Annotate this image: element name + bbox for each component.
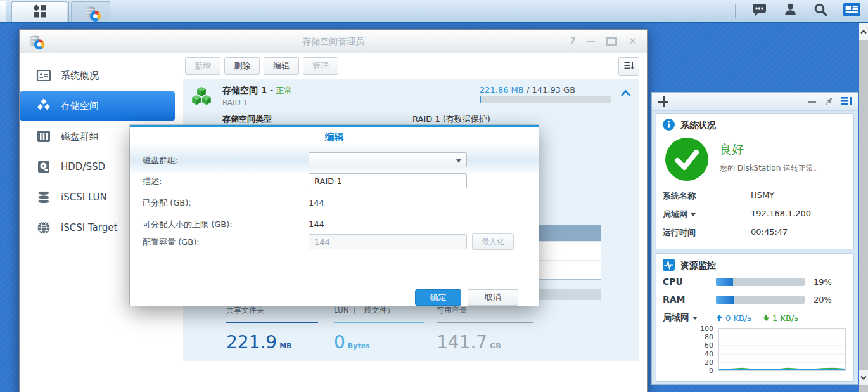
taskbar xyxy=(0,0,868,23)
widget-title: 资源监控 xyxy=(680,260,716,271)
search-icon[interactable] xyxy=(813,2,828,20)
panel-layout-icon[interactable] xyxy=(841,96,852,108)
stat-shared-folders: 共享文件夹 221.9MB xyxy=(226,305,318,353)
chevron-down-icon xyxy=(692,317,698,320)
sort-list-button[interactable] xyxy=(618,57,639,76)
stat-unit: Bytes xyxy=(348,342,370,350)
maximize-icon[interactable] xyxy=(606,37,617,46)
stat-value: 0 xyxy=(334,332,345,353)
widget-panel-header xyxy=(652,93,858,111)
window-titlebar[interactable]: 存储空间管理员 ? ✕ xyxy=(20,30,647,54)
volume-used: 221.86 MB xyxy=(480,85,524,95)
sidebar-item-label: 磁盘群组 xyxy=(61,131,99,143)
lan-label[interactable]: 局域网 xyxy=(663,209,751,220)
resource-monitor-widget: 资源监控 CPU 19% RAM 20% 局域网 0 KB/s xyxy=(656,253,854,382)
chat-icon[interactable] xyxy=(751,2,768,20)
toolbar: 新增 删除 编辑 管理 xyxy=(175,53,647,79)
sidebar-item-overview[interactable]: 系统概况 xyxy=(20,61,175,90)
widget-panel: 系统状况 良好 您的 DiskStation 运转正常。 系统名称 HSMY 局… xyxy=(651,92,858,385)
system-health-widget: 系统状况 良好 您的 DiskStation 运转正常。 系统名称 HSMY 局… xyxy=(656,113,854,249)
lan-ip-value: 192.168.1.200 xyxy=(751,209,811,220)
volume-type-label: 存储空间类型 xyxy=(222,114,272,125)
pin-icon[interactable] xyxy=(824,96,834,109)
capacity-label: 配置容量 (GB): xyxy=(143,237,200,247)
dialog-divider xyxy=(143,280,526,280)
scroll-up-icon[interactable] xyxy=(859,23,868,40)
taskbar-separator xyxy=(68,1,69,22)
volume-total: 141.93 GB xyxy=(532,85,575,95)
stat-rule xyxy=(334,322,424,323)
chevron-down-icon xyxy=(456,159,461,163)
uptime-value: 00:45:47 xyxy=(751,227,788,238)
stat-value: 141.7 xyxy=(437,332,487,353)
hdd-icon xyxy=(36,159,51,174)
manage-button[interactable]: 管理 xyxy=(303,57,338,75)
chevron-down-icon xyxy=(691,213,696,216)
main-menu-icon xyxy=(32,4,47,20)
ram-bar xyxy=(716,296,805,304)
main-menu-button[interactable] xyxy=(11,1,67,22)
lan-upload: 0 KB/s xyxy=(716,313,751,323)
volume-raid-type: RAID 1 xyxy=(222,98,248,107)
create-button[interactable]: 新增 xyxy=(185,57,220,75)
storage-manager-icon xyxy=(86,5,96,20)
storage-manager-taskbar-button[interactable] xyxy=(71,1,110,22)
capacity-input[interactable] xyxy=(309,234,467,249)
volume-usage-bar xyxy=(480,96,611,103)
cpu-value: 19% xyxy=(814,277,832,287)
sidebar-item-label: iSCSI LUN xyxy=(61,192,107,203)
ok-button[interactable]: 确定 xyxy=(415,289,461,306)
upload-arrow-icon xyxy=(716,314,723,322)
maximize-capacity-button[interactable]: 最大化 xyxy=(472,233,514,250)
minimize-icon[interactable] xyxy=(587,41,595,42)
dialog-title: 编辑 xyxy=(130,127,539,145)
sidebar-item-label: HDD/SSD xyxy=(61,161,105,173)
widgets-icon[interactable] xyxy=(843,3,860,19)
iscsi-target-icon xyxy=(36,220,51,235)
volume-name-separator: - xyxy=(270,85,273,95)
system-name-label: 系统名称 xyxy=(663,190,751,202)
edit-button[interactable]: 编辑 xyxy=(264,57,299,75)
cpu-bar-fill xyxy=(716,278,733,286)
volume-status-icon xyxy=(189,85,214,110)
user-icon[interactable] xyxy=(783,2,798,20)
sidebar-item-volume[interactable]: 存储空间 xyxy=(20,91,175,121)
collapse-chevron-icon[interactable] xyxy=(620,88,631,100)
volume-status: 正常 xyxy=(276,86,293,95)
lan-download: 1 KB/s xyxy=(763,313,798,323)
desktop: 存储空间管理员 ? ✕ 系统概况 xyxy=(0,0,868,392)
description-input[interactable] xyxy=(309,173,467,188)
help-icon[interactable]: ? xyxy=(570,36,576,47)
delete-button[interactable]: 删除 xyxy=(224,57,260,75)
lan-traffic-chart: 100 80 60 40 20 0 xyxy=(663,325,847,376)
scrollbar[interactable] xyxy=(859,23,868,392)
volume-usage: 221.86 MB / 141.93 GB xyxy=(480,85,575,95)
disk-group-dropdown[interactable] xyxy=(309,152,467,167)
window-title: 存储空间管理员 xyxy=(20,36,647,48)
chart-plot-area xyxy=(718,328,846,371)
close-icon[interactable]: ✕ xyxy=(629,36,637,47)
stat-rule xyxy=(226,322,318,323)
system-name-value: HSMY xyxy=(751,190,774,202)
lan-monitor-label[interactable]: 局域网 xyxy=(663,312,716,323)
add-widget-icon[interactable] xyxy=(658,96,668,107)
overview-icon xyxy=(36,68,51,83)
taskbar-clipped-button[interactable] xyxy=(0,1,6,22)
collapse-panel-icon[interactable] xyxy=(808,101,816,103)
stat-unit: MB xyxy=(279,342,291,350)
cancel-button[interactable]: 取消 xyxy=(468,289,518,306)
stat-available: 可用容量 141.7GB xyxy=(437,305,533,353)
disk-group-label: 磁盘群组: xyxy=(143,155,178,165)
scroll-down-icon[interactable] xyxy=(859,370,868,385)
info-icon xyxy=(663,119,675,133)
uptime-label: 运行时间 xyxy=(663,227,751,238)
resource-monitor-icon xyxy=(663,259,675,273)
edit-dialog: 编辑 磁盘群组: 描述: 已分配 (GB): 144 可分配大小的上限 (GB)… xyxy=(130,125,539,306)
chart-y-ticks: 100 80 60 40 20 0 xyxy=(663,325,713,375)
volume-name: 存储空间 1 xyxy=(222,85,267,95)
cpu-label: CPU xyxy=(663,277,716,287)
stat-value: 221.9 xyxy=(226,332,277,353)
stat-unit: GB xyxy=(490,342,501,350)
health-description: 您的 DiskStation 运转正常。 xyxy=(720,163,853,174)
volume-icon xyxy=(36,98,51,114)
